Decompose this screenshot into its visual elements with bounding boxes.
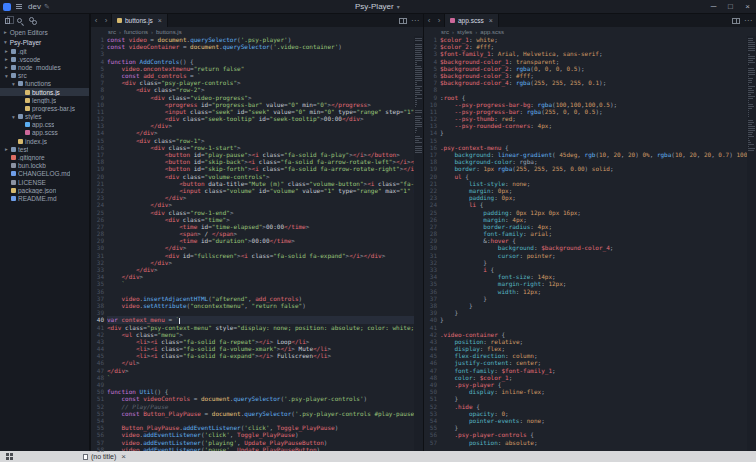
tree-file-LICENSE[interactable]: LICENSE: [0, 178, 89, 186]
breadcrumb-separator: ›: [151, 29, 153, 35]
minimap[interactable]: [414, 36, 423, 451]
tree-folder-.vscode[interactable]: ▸.vscode: [0, 55, 89, 63]
tree-file-README.md[interactable]: README.md: [0, 194, 89, 202]
search-icon[interactable]: [17, 18, 22, 23]
tree-item-label: .vscode: [18, 56, 40, 63]
panel-grid-icon[interactable]: [6, 453, 9, 456]
source-control-icon[interactable]: [29, 17, 37, 25]
breadcrumb[interactable]: src›styles›app.scss: [424, 27, 756, 36]
nav-back-icon[interactable]: ‹: [91, 14, 101, 27]
breadcrumb-separator: ›: [119, 29, 121, 35]
code-editor-buttons-js[interactable]: const video = document.querySelector('.p…: [107, 36, 414, 451]
project-label[interactable]: dev: [28, 2, 41, 11]
window-title-text: Psy-Player: [355, 2, 394, 11]
md-file-icon: [11, 196, 16, 201]
folder-icon: [18, 81, 23, 86]
txt-file-icon: [11, 180, 16, 185]
js-file-icon: [18, 139, 23, 144]
bottom-panel-bar: (no title) ×: [0, 451, 756, 462]
tab-close-icon[interactable]: ×: [489, 17, 493, 24]
tree-folder-styles[interactable]: ▾styles: [0, 113, 89, 121]
tree-file-buttons.js[interactable]: buttons.js: [0, 88, 89, 96]
project-root-header[interactable]: ▾ Psy-Player: [0, 37, 89, 47]
window-title[interactable]: Psy-Player ▾: [50, 2, 705, 11]
chevron-down-icon: ▾: [11, 114, 16, 120]
lock-file-icon: [11, 163, 16, 168]
css-file-icon: [25, 122, 30, 127]
tab-app-scss[interactable]: app.scss ×: [444, 14, 499, 27]
open-editors-label: Open Editors: [10, 29, 48, 36]
breadcrumb-item[interactable]: functions: [124, 29, 148, 35]
chevron-down-icon: ▾: [11, 81, 16, 87]
file-tree: ▸.git▸.vscode▸node_modules▾src▾functions…: [0, 47, 89, 451]
maximize-button[interactable]: □: [722, 0, 739, 14]
minimap[interactable]: [747, 36, 756, 451]
breadcrumb[interactable]: src›functions›buttons.js: [91, 27, 423, 36]
panel-tab-no-title[interactable]: (no title) ×: [83, 452, 126, 461]
nav-forward-icon[interactable]: ›: [434, 14, 444, 27]
tree-folder-src[interactable]: ▾src: [0, 72, 89, 80]
js-file-icon: [25, 90, 30, 95]
breadcrumb-item[interactable]: buttons.js: [156, 29, 182, 35]
split-editor-icon[interactable]: [732, 18, 740, 24]
git-file-icon: [11, 155, 16, 160]
tree-file-package.json[interactable]: package.json: [0, 186, 89, 194]
nav-back-icon[interactable]: ‹: [424, 14, 434, 27]
tab-close-icon[interactable]: ×: [158, 17, 162, 24]
nav-forward-icon[interactable]: ›: [101, 14, 111, 27]
tree-item-label: README.md: [18, 195, 57, 202]
panel-close-icon[interactable]: ×: [121, 452, 126, 461]
chevron-right-icon: ▸: [4, 64, 9, 70]
folder-icon: [11, 49, 16, 54]
breadcrumb-item[interactable]: styles: [457, 29, 472, 35]
tree-folder-node_modules[interactable]: ▸node_modules: [0, 63, 89, 71]
tree-folder-functions[interactable]: ▾functions: [0, 80, 89, 88]
open-editors-header[interactable]: ▸ Open Editors: [0, 27, 89, 37]
tree-item-label: length.js: [32, 97, 56, 104]
tree-file-CHANGELOG.md[interactable]: CHANGELOG.md: [0, 170, 89, 178]
tree-item-label: src: [18, 72, 27, 79]
tree-file-app.css[interactable]: app.css: [0, 121, 89, 129]
editor-group-left: ‹ › buttons.js × ⋯ src›functions›buttons…: [90, 14, 423, 451]
app-window: dev ✎ Psy-Player ▾ ─ □ × ▸ Open Editors …: [0, 0, 756, 462]
panel-tab-label: (no title): [91, 453, 116, 460]
tree-file-length.js[interactable]: length.js: [0, 96, 89, 104]
tree-file-index.js[interactable]: index.js: [0, 137, 89, 145]
js-file-icon: [117, 18, 122, 23]
code-area-left: 1234567891011121314151617181920212223242…: [91, 36, 423, 451]
code-editor-app-scss[interactable]: $color_1: white;$color_2: #fff;$font-fam…: [440, 36, 747, 451]
tree-item-label: app.scss: [32, 129, 58, 136]
md-file-icon: [11, 171, 16, 176]
tree-folder-test[interactable]: ▸test: [0, 145, 89, 153]
more-actions-icon[interactable]: ⋯: [411, 16, 419, 25]
tree-folder-.git[interactable]: ▸.git: [0, 47, 89, 55]
minimize-button[interactable]: ─: [705, 0, 722, 14]
files-icon[interactable]: [5, 18, 10, 24]
tree-file-.gitignore[interactable]: .gitignore: [0, 153, 89, 161]
sidebar: ▸ Open Editors ▾ Psy-Player ▸.git▸.vscod…: [0, 14, 90, 451]
folder-icon: [11, 73, 16, 78]
split-editor-icon[interactable]: [399, 18, 407, 24]
tree-item-label: package.json: [18, 187, 56, 194]
close-button[interactable]: ×: [739, 0, 756, 14]
tree-file-app.scss[interactable]: app.scss: [0, 129, 89, 137]
tree-item-label: node_modules: [18, 64, 61, 71]
tree-file-bun.lockb[interactable]: bun.lockb: [0, 162, 89, 170]
document-icon: [83, 454, 88, 460]
window-controls: ─ □ ×: [705, 0, 756, 14]
tab-bar-left: ‹ › buttons.js × ⋯: [91, 14, 423, 27]
scss-file-icon: [450, 18, 455, 23]
breadcrumb-item[interactable]: src: [441, 29, 449, 35]
tab-buttons-js[interactable]: buttons.js ×: [111, 14, 168, 27]
folder-icon: [11, 147, 16, 152]
breadcrumb-separator: ›: [475, 29, 477, 35]
editor-group-right: ‹ › app.scss × ⋯ src›styles›app.scss 123…: [423, 14, 756, 451]
menu-icon[interactable]: [16, 3, 22, 10]
breadcrumb-item[interactable]: app.scss: [480, 29, 504, 35]
more-actions-icon[interactable]: ⋯: [744, 16, 752, 25]
folder-icon: [11, 65, 16, 70]
breadcrumb-item[interactable]: src: [108, 29, 116, 35]
chevron-down-icon: ▾: [4, 73, 9, 79]
tree-item-label: app.css: [32, 121, 54, 128]
tree-file-progress-bar.js[interactable]: progress-bar.js: [0, 104, 89, 112]
